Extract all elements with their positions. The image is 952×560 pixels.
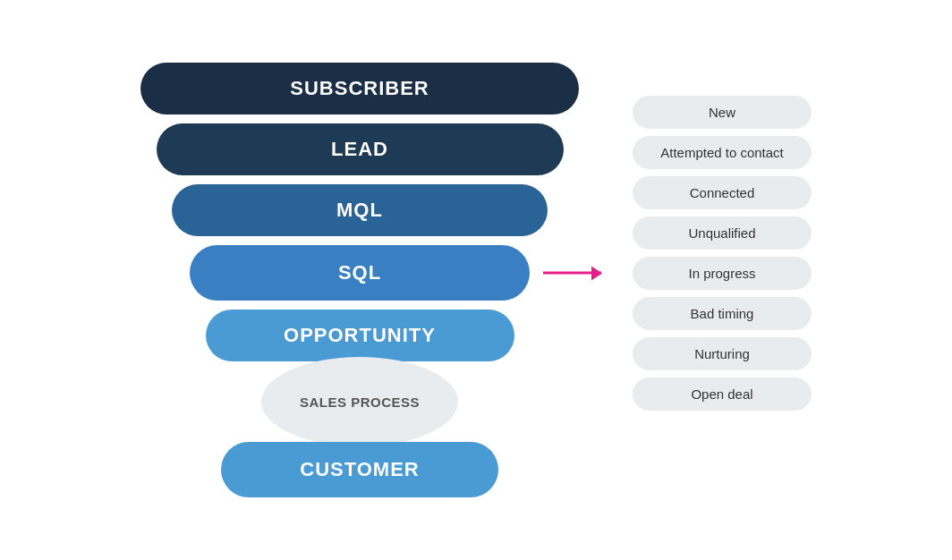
tag-connected: Connected: [633, 176, 812, 209]
sql-arrow: [543, 272, 601, 275]
tag-bad-timing: Bad timing: [633, 297, 812, 330]
main-container: SUBSCRIBER LEAD MQL SQL OPPORTUNITY SALE…: [0, 0, 952, 560]
stage-subscriber-label: SUBSCRIBER: [290, 77, 429, 100]
stage-customer: CUSTOMER: [221, 442, 498, 497]
arrow-line: [543, 272, 601, 275]
stage-opportunity: OPPORTUNITY: [206, 310, 514, 361]
stage-sql: SQL: [190, 245, 530, 301]
sales-process-label: SALES PROCESS: [300, 395, 420, 410]
funnel-diagram: SUBSCRIBER LEAD MQL SQL OPPORTUNITY SALE…: [140, 63, 579, 497]
tag-open-deal: Open deal: [633, 378, 812, 411]
tag-attempted-to-contact: Attempted to contact: [633, 136, 812, 169]
stage-opportunity-label: OPPORTUNITY: [284, 324, 436, 347]
stage-mql-label: MQL: [336, 199, 383, 222]
stage-mql: MQL: [172, 184, 548, 236]
stage-lead: LEAD: [157, 123, 564, 175]
stage-customer-label: CUSTOMER: [300, 458, 420, 481]
tag-new: New: [633, 96, 812, 129]
sales-process-bubble: SALES PROCESS: [261, 357, 458, 446]
stage-lead-label: LEAD: [331, 138, 388, 161]
tag-in-progress: In progress: [633, 257, 812, 290]
tag-unqualified: Unqualified: [633, 216, 812, 250]
stage-sql-label: SQL: [338, 261, 381, 284]
stages-list: New Attempted to contact Connected Unqua…: [633, 96, 812, 411]
tag-nurturing: Nurturing: [633, 337, 812, 370]
stage-subscriber: SUBSCRIBER: [140, 63, 579, 115]
